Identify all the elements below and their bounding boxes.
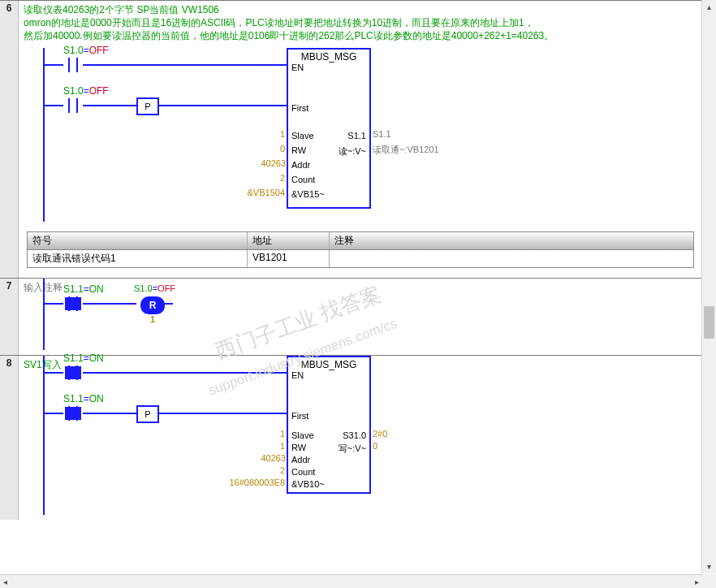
- contact-s1-0b[interactable]: S1.0=OFF: [63, 98, 83, 115]
- hdr-symbol: 符号: [28, 232, 248, 249]
- out-slave: 2#0: [373, 429, 387, 439]
- contact-s1-0a[interactable]: S1.0=OFF: [63, 58, 83, 74]
- scroll-up-icon[interactable]: ▴: [702, 0, 716, 14]
- pin-rw: RW: [291, 145, 306, 155]
- network-body: 输入注释 S1.1=ON S1.0=OFF R 1: [19, 279, 702, 355]
- power-rail: [43, 356, 45, 515]
- scroll-thumb[interactable]: [704, 306, 714, 339]
- in-count: 2: [275, 173, 285, 183]
- pin-vb: &VB10~: [291, 479, 325, 489]
- wire: [162, 303, 173, 305]
- scroll-down-icon[interactable]: ▾: [702, 560, 716, 573]
- scroll-left-icon[interactable]: ◂: [3, 577, 7, 586]
- wire: [43, 413, 63, 414]
- wire: [157, 105, 287, 106]
- table-row[interactable]: 读取通讯错误代码1 VB1201: [28, 250, 693, 267]
- hdr-comment: 注释: [330, 232, 693, 249]
- contact-s1-1a[interactable]: S1.1=ON: [63, 365, 83, 382]
- pin-slave-val: S31.0: [343, 430, 366, 440]
- content-area: 西门子工业 找答案 support.industry.siemens.com/c…: [0, 0, 702, 573]
- in-slave: 1: [275, 429, 285, 439]
- pin-vb: &VB15~: [291, 189, 325, 199]
- wire: [43, 372, 63, 374]
- hdr-addr: 地址: [248, 232, 330, 249]
- in-vb: 16#080003E8: [220, 478, 285, 487]
- wire: [43, 303, 63, 305]
- mbus-msg-block[interactable]: MBUS_MSG EN First Slave S1.1 RW 读~:V~ Ad…: [287, 48, 371, 209]
- horizontal-scrollbar[interactable]: ◂ ▸: [0, 574, 702, 588]
- plc-editor-viewport: 西门子工业 找答案 support.industry.siemens.com/c…: [0, 0, 716, 588]
- scroll-corner: [702, 574, 716, 588]
- scroll-track[interactable]: [702, 14, 716, 560]
- pin-rw: RW: [291, 443, 306, 452]
- wire: [83, 105, 136, 106]
- pin-addr: Addr: [291, 160, 310, 170]
- reset-coil[interactable]: R 1: [140, 296, 165, 314]
- network-number: 8: [0, 356, 19, 520]
- vertical-scrollbar[interactable]: ▴ ▾: [701, 0, 716, 573]
- wire: [83, 64, 287, 66]
- cell-addr: VB1201: [248, 250, 330, 267]
- pin-rw-val: 读~:V~: [339, 145, 366, 158]
- pin-en: EN: [291, 63, 304, 72]
- out-rw: 读取通~:VB1201: [373, 144, 439, 156]
- cell-symbol: 读取通讯错误代码1: [28, 250, 248, 267]
- in-slave: 1: [275, 129, 285, 139]
- pin-rw-val: 写~:V~: [339, 443, 366, 455]
- edge-p-box[interactable]: P: [136, 405, 159, 423]
- ladder-diagram: S1.0=OFF S1.0=OFF P MBUS_MSG: [19, 48, 702, 227]
- wire: [83, 303, 136, 305]
- wire: [157, 413, 287, 414]
- pin-en: EN: [291, 370, 304, 380]
- pin-first: First: [291, 411, 308, 421]
- out-slave: S1.1: [373, 129, 391, 139]
- in-vb: &VB1504: [243, 188, 285, 197]
- pin-count: Count: [291, 175, 315, 184]
- contact-s1-1[interactable]: S1.1=ON: [63, 296, 83, 313]
- in-rw: 1: [275, 441, 285, 451]
- network-6[interactable]: 6 读取仪表40263的2个字节 SP当前值 VW1506 omron的地址是0…: [0, 0, 702, 278]
- pin-addr: Addr: [291, 455, 310, 465]
- network-body: 读取仪表40263的2个字节 SP当前值 VW1506 omron的地址是000…: [19, 1, 702, 278]
- mbus-msg-block[interactable]: MBUS_MSG EN First Slave S31.0 RW 写~:V~ A…: [287, 356, 371, 494]
- network-8[interactable]: 8 SV1写入 S1.1=ON S1.1=ON: [0, 355, 702, 520]
- contact-s1-1b[interactable]: S1.1=ON: [63, 406, 83, 422]
- ladder-diagram: S1.1=ON S1.1=ON P MBUS_MSG EN: [19, 377, 702, 513]
- symbol-table-header: 符号 地址 注释: [28, 232, 693, 250]
- edge-p-box[interactable]: P: [136, 97, 159, 115]
- wire: [83, 413, 136, 414]
- in-addr: 40263: [253, 453, 286, 463]
- network-7[interactable]: 7 输入注释 S1.1=ON S1.0=OFF R 1: [0, 278, 702, 355]
- wire: [43, 105, 63, 106]
- symbol-table[interactable]: 符号 地址 注释 读取通讯错误代码1 VB1201: [27, 231, 694, 268]
- network-number: 6: [0, 1, 19, 278]
- wire: [43, 64, 63, 66]
- network-number: 7: [0, 279, 19, 355]
- in-addr: 40263: [253, 158, 286, 168]
- cell-comment: [330, 250, 693, 267]
- wire: [83, 372, 287, 374]
- in-count: 2: [275, 465, 285, 475]
- pin-slave: Slave: [291, 430, 314, 440]
- ladder-diagram: S1.1=ON S1.0=OFF R 1: [19, 300, 702, 348]
- power-rail: [43, 48, 45, 222]
- out-rw: 0: [373, 441, 377, 451]
- network-comment[interactable]: 输入注释: [19, 279, 702, 296]
- pin-slave-val: S1.1: [347, 131, 366, 141]
- network-body: SV1写入 S1.1=ON S1.1=ON P: [19, 356, 702, 520]
- pin-first: First: [291, 103, 308, 113]
- coil-sub: 1: [142, 314, 163, 324]
- pin-slave: Slave: [291, 131, 314, 141]
- network-comment[interactable]: 读取仪表40263的2个字节 SP当前值 VW1506 omron的地址是000…: [19, 1, 702, 45]
- power-rail: [43, 279, 45, 350]
- in-rw: 0: [275, 144, 285, 153]
- scroll-right-icon[interactable]: ▸: [695, 577, 699, 586]
- pin-count: Count: [291, 467, 315, 477]
